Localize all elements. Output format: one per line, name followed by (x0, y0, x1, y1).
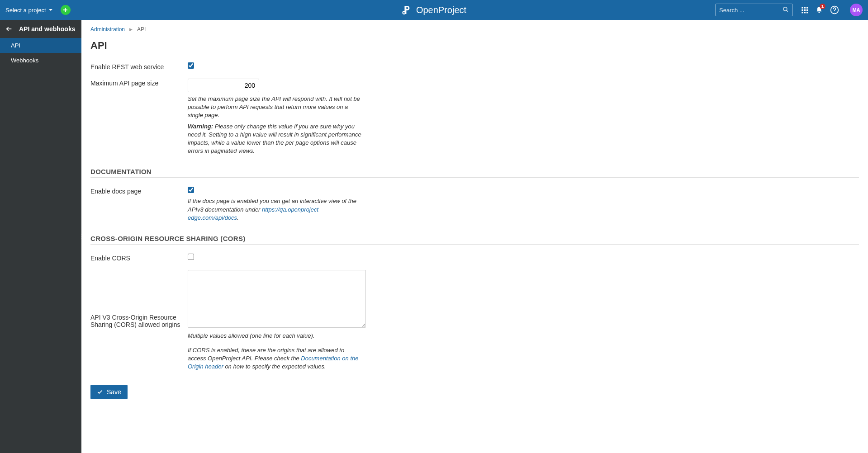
chevron-right-icon: ▶ (129, 27, 133, 32)
checkbox-enable-rest[interactable] (188, 62, 194, 69)
sidebar: API and webhooks API Webhooks (0, 20, 81, 453)
label-enable-rest: Enable REST web service (90, 62, 188, 71)
svg-rect-10 (804, 12, 806, 13)
app-logo[interactable]: OpenProject (402, 5, 466, 15)
svg-rect-8 (806, 9, 808, 11)
help-origins-1: Multiple values allowed (one line for ea… (188, 332, 364, 340)
svg-rect-7 (804, 9, 806, 11)
user-avatar[interactable]: MA (850, 4, 863, 16)
svg-rect-4 (804, 7, 806, 8)
sidebar-title: API and webhooks (19, 25, 75, 33)
svg-point-1 (783, 7, 787, 10)
help-origins-2: If CORS is enabled, these are the origin… (188, 346, 364, 371)
chevron-down-icon (49, 9, 52, 11)
avatar-initials: MA (852, 7, 860, 13)
form-row-enable-rest: Enable REST web service (90, 62, 859, 71)
notification-badge: 1 (820, 4, 825, 9)
plus-icon: + (63, 6, 68, 14)
svg-rect-6 (802, 9, 803, 11)
top-header: Select a project + OpenProject 1 MA (0, 0, 868, 20)
input-page-size[interactable] (188, 79, 259, 92)
warning-label: Warning: (188, 123, 213, 130)
label-enable-cors: Enable CORS (90, 254, 188, 262)
label-page-size: Maximum API page size (90, 79, 188, 87)
add-button[interactable]: + (61, 5, 71, 15)
svg-rect-9 (802, 12, 803, 13)
sidebar-item-webhooks[interactable]: Webhooks (0, 53, 81, 68)
sidebar-item-label: Webhooks (11, 57, 38, 64)
help-page-size-1: Set the maximum page size the API will r… (188, 95, 364, 120)
svg-line-2 (787, 10, 788, 11)
form-row-page-size: Maximum API page size Set the maximum pa… (90, 79, 859, 155)
sidebar-resize-handle[interactable] (80, 230, 83, 243)
openproject-icon (402, 5, 413, 15)
section-rule (90, 244, 859, 245)
breadcrumb-root[interactable]: Administration (90, 26, 125, 33)
svg-point-0 (403, 11, 405, 14)
check-icon (97, 389, 103, 395)
section-rule (90, 177, 859, 178)
save-button[interactable]: Save (90, 385, 128, 399)
warning-text: Please only change this value if you are… (188, 123, 361, 155)
help-origins-2-suffix: on how to specify the expected values. (223, 363, 326, 370)
help-page-size-2: Warning: Please only change this value i… (188, 123, 364, 156)
help-icon (830, 5, 839, 14)
modules-icon[interactable] (801, 6, 808, 14)
project-select-label: Select a project (5, 7, 46, 14)
svg-rect-5 (806, 7, 808, 8)
app-name: OpenProject (416, 5, 466, 15)
help-docs-suffix: . (237, 214, 239, 221)
sidebar-item-api[interactable]: API (0, 38, 81, 53)
notifications-button[interactable]: 1 (816, 6, 823, 14)
label-enable-docs: Enable docs page (90, 187, 188, 195)
breadcrumb-current: API (137, 26, 146, 33)
back-arrow-icon[interactable] (5, 25, 13, 33)
page-title: API (90, 40, 859, 52)
form-row-enable-docs: Enable docs page If the docs page is ena… (90, 187, 859, 222)
section-cors: CROSS-ORIGIN RESOURCE SHARING (CORS) (90, 235, 859, 242)
search-input[interactable] (719, 7, 783, 14)
form-row-enable-cors: Enable CORS (90, 254, 859, 262)
label-origins: API V3 Cross-Origin Resource Sharing (CO… (90, 313, 188, 328)
section-documentation: DOCUMENTATION (90, 168, 859, 175)
main-content: Administration ▶ API API Enable REST web… (81, 20, 868, 453)
header-icons: 1 MA (801, 4, 863, 16)
checkbox-enable-cors[interactable] (188, 254, 194, 260)
svg-rect-3 (802, 7, 803, 8)
checkbox-enable-docs[interactable] (188, 187, 194, 193)
help-docs: If the docs page is enabled you can get … (188, 197, 364, 222)
breadcrumb: Administration ▶ API (90, 26, 859, 33)
sidebar-item-label: API (11, 42, 20, 49)
svg-point-13 (834, 12, 835, 12)
save-label: Save (107, 388, 121, 396)
svg-rect-11 (806, 12, 808, 13)
layout: API and webhooks API Webhooks Administra… (0, 20, 868, 453)
textarea-origins[interactable] (188, 270, 366, 328)
project-select[interactable]: Select a project (5, 7, 52, 14)
sidebar-header: API and webhooks (0, 20, 81, 38)
search-box[interactable] (715, 4, 793, 16)
form-row-origins: API V3 Cross-Origin Resource Sharing (CO… (90, 270, 859, 371)
search-icon (783, 6, 789, 14)
help-button[interactable] (830, 5, 839, 14)
